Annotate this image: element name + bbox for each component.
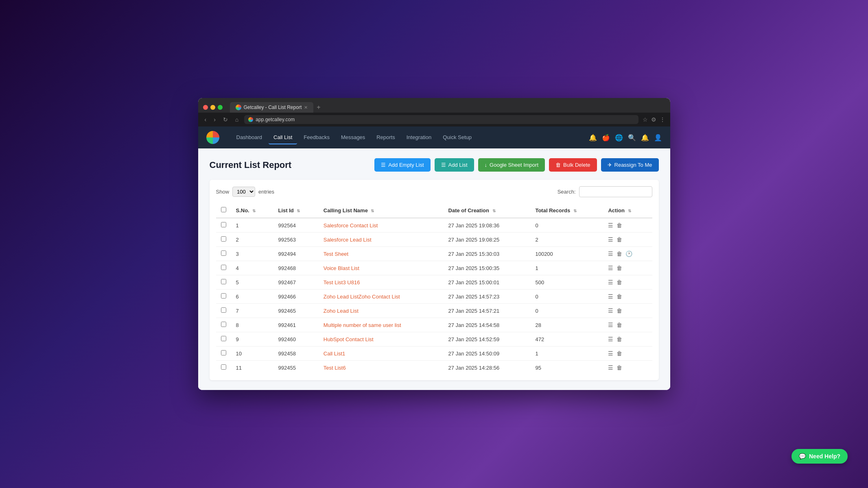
list-name-link[interactable]: Zoho Lead List <box>324 308 359 314</box>
list-name-link[interactable]: Salesforce Lead List <box>324 237 372 243</box>
entries-select[interactable]: 100 10 25 50 <box>232 187 255 197</box>
row-name[interactable]: Salesforce Lead List <box>319 233 444 247</box>
search-icon[interactable]: 🔍 <box>628 134 636 142</box>
minimize-button[interactable] <box>210 105 215 110</box>
list-name-link[interactable]: Test List6 <box>324 365 346 371</box>
nav-quick-setup[interactable]: Quick Setup <box>438 131 477 144</box>
table-wrapper[interactable]: S.No. ⇅ List Id ⇅ Calling List Name ⇅ Da… <box>216 203 652 374</box>
delete-icon[interactable]: 🗑 <box>617 222 622 229</box>
nav-feedbacks[interactable]: Feedbacks <box>299 131 335 144</box>
select-all-header[interactable] <box>216 203 231 218</box>
row-checkbox-cell[interactable] <box>216 218 231 233</box>
delete-icon[interactable]: 🗑 <box>617 251 622 257</box>
add-empty-list-button[interactable]: ☰ Add Empty List <box>374 158 430 172</box>
row-checkbox-9[interactable] <box>221 350 226 355</box>
reassign-to-me-button[interactable]: ✈ Reassign To Me <box>601 158 659 172</box>
nav-call-list[interactable]: Call List <box>269 131 297 144</box>
row-checkbox-cell[interactable] <box>216 261 231 275</box>
col-action[interactable]: Action ⇅ <box>603 203 652 218</box>
view-list-icon[interactable]: ☰ <box>608 307 613 314</box>
row-checkbox-1[interactable] <box>221 236 226 242</box>
menu-icon[interactable]: ⋮ <box>660 116 665 123</box>
row-name[interactable]: Salesforce Contact List <box>319 218 444 233</box>
delete-icon[interactable]: 🗑 <box>617 350 622 357</box>
view-list-icon[interactable]: ☰ <box>608 364 613 371</box>
row-checkbox-7[interactable] <box>221 322 226 327</box>
bookmark-icon[interactable]: ☆ <box>643 116 648 123</box>
reload-button[interactable]: ↻ <box>221 115 230 124</box>
bulk-delete-button[interactable]: 🗑 Bulk Delete <box>549 158 597 172</box>
search-input[interactable] <box>579 186 652 197</box>
delete-icon[interactable]: 🗑 <box>617 336 622 342</box>
forward-button[interactable]: › <box>212 115 217 124</box>
need-help-button[interactable]: 💬 Need Help? <box>791 449 848 464</box>
row-checkbox-cell[interactable] <box>216 275 231 290</box>
row-name[interactable]: Test Sheet <box>319 247 444 261</box>
list-name-link[interactable]: Call List1 <box>324 351 345 357</box>
delete-icon[interactable]: 🗑 <box>617 307 622 314</box>
list-name-link[interactable]: Salesforce Contact List <box>324 222 378 229</box>
row-checkbox-cell[interactable] <box>216 290 231 304</box>
row-checkbox-cell[interactable] <box>216 247 231 261</box>
view-list-icon[interactable]: ☰ <box>608 265 613 271</box>
row-checkbox-0[interactable] <box>221 222 226 227</box>
maximize-button[interactable] <box>218 105 223 110</box>
row-checkbox-3[interactable] <box>221 265 226 270</box>
list-name-link[interactable]: Voice Blast List <box>324 265 359 271</box>
list-name-link[interactable]: HubSpot Contact List <box>324 336 374 342</box>
delete-icon[interactable]: 🗑 <box>617 236 622 243</box>
row-checkbox-cell[interactable] <box>216 304 231 318</box>
address-input[interactable]: app.getcalley.com <box>244 115 638 124</box>
view-list-icon[interactable]: ☰ <box>608 293 613 300</box>
home-button[interactable]: ⌂ <box>234 115 240 124</box>
row-checkbox-5[interactable] <box>221 293 226 298</box>
row-checkbox-6[interactable] <box>221 307 226 313</box>
col-calling-list-name[interactable]: Calling List Name ⇅ <box>319 203 444 218</box>
nav-reports[interactable]: Reports <box>372 131 400 144</box>
list-name-link[interactable]: Zoho Lead ListZoho Contact List <box>324 294 400 300</box>
row-checkbox-2[interactable] <box>221 251 226 256</box>
extensions-icon[interactable]: ⚙ <box>651 116 656 123</box>
nav-messages[interactable]: Messages <box>336 131 370 144</box>
col-sno[interactable]: S.No. ⇅ <box>231 203 273 218</box>
notification-bell-icon[interactable]: 🔔 <box>589 134 597 142</box>
row-checkbox-10[interactable] <box>221 364 226 370</box>
col-list-id[interactable]: List Id ⇅ <box>273 203 319 218</box>
row-name[interactable]: HubSpot Contact List <box>319 332 444 346</box>
list-name-link[interactable]: Test List3 U816 <box>324 279 360 285</box>
row-checkbox-cell[interactable] <box>216 233 231 247</box>
col-total-records[interactable]: Total Records ⇅ <box>530 203 603 218</box>
list-name-link[interactable]: Test Sheet <box>324 251 348 257</box>
tab-close-icon[interactable]: ✕ <box>304 105 308 110</box>
row-checkbox-cell[interactable] <box>216 361 231 374</box>
nav-integration[interactable]: Integration <box>402 131 436 144</box>
row-checkbox-cell[interactable] <box>216 346 231 361</box>
view-list-icon[interactable]: ☰ <box>608 322 613 328</box>
row-checkbox-8[interactable] <box>221 336 226 341</box>
delete-icon[interactable]: 🗑 <box>617 279 622 285</box>
row-checkbox-cell[interactable] <box>216 332 231 346</box>
row-name[interactable]: Zoho Lead ListZoho Contact List <box>319 290 444 304</box>
row-name[interactable]: Zoho Lead List <box>319 304 444 318</box>
browser-tab[interactable]: Getcalley - Call List Report ✕ <box>230 102 314 113</box>
alert-icon[interactable]: 🔔 <box>641 134 649 141</box>
clock-icon[interactable]: 🕐 <box>625 251 632 257</box>
row-checkbox-cell[interactable] <box>216 318 231 332</box>
view-list-icon[interactable]: ☰ <box>608 236 613 243</box>
row-name[interactable]: Voice Blast List <box>319 261 444 275</box>
delete-icon[interactable]: 🗑 <box>617 293 622 300</box>
view-list-icon[interactable]: ☰ <box>608 251 613 257</box>
nav-dashboard[interactable]: Dashboard <box>232 131 267 144</box>
delete-icon[interactable]: 🗑 <box>617 364 622 371</box>
google-sheet-import-button[interactable]: ↓ Google Sheet Import <box>478 158 545 172</box>
new-tab-button[interactable]: + <box>313 102 324 113</box>
view-list-icon[interactable]: ☰ <box>608 336 613 342</box>
delete-icon[interactable]: 🗑 <box>617 322 622 328</box>
row-name[interactable]: Test List6 <box>319 361 444 374</box>
list-name-link[interactable]: Multiple number of same user list <box>324 322 401 328</box>
delete-icon[interactable]: 🗑 <box>617 265 622 271</box>
add-list-button[interactable]: ☰ Add List <box>435 158 474 172</box>
select-all-checkbox[interactable] <box>221 207 226 212</box>
apple-icon[interactable]: 🍎 <box>602 134 610 142</box>
close-button[interactable] <box>203 105 208 110</box>
